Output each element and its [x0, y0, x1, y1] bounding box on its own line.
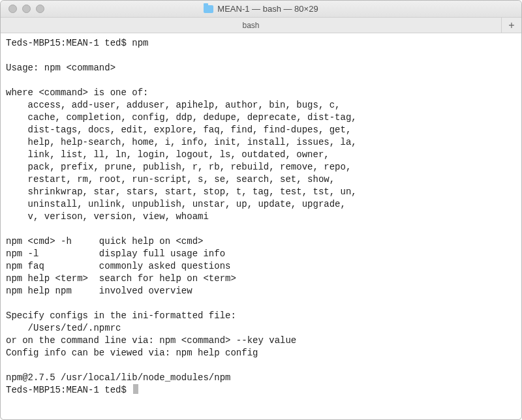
tab-bash[interactable]: bash	[1, 18, 502, 33]
titlebar: MEAN-1 — bash — 80×29	[1, 1, 521, 18]
zoom-icon[interactable]	[36, 5, 44, 13]
terminal-line: cache, completion, config, ddp, dedupe, …	[6, 112, 516, 124]
terminal-line: npm faq commonly asked questions	[6, 260, 516, 273]
window-title-wrap: MEAN-1 — bash — 80×29	[1, 4, 521, 14]
folder-icon	[204, 5, 213, 13]
terminal-line: Usage: npm <command>	[6, 62, 516, 74]
window-title: MEAN-1 — bash — 80×29	[217, 4, 318, 14]
tabbar: bash +	[1, 18, 521, 33]
terminal-line	[6, 359, 516, 372]
terminal-line	[6, 223, 516, 235]
terminal-line: /Users/ted/.npmrc	[6, 322, 516, 335]
terminal-window: MEAN-1 — bash — 80×29 bash + Teds-MBP15:…	[0, 0, 522, 420]
terminal-line: where <command> is one of:	[6, 87, 516, 99]
minimize-icon[interactable]	[22, 5, 31, 13]
terminal-line: Config info can be viewed via: npm help …	[6, 347, 516, 359]
terminal-line: uninstall, unlink, unpublish, unstar, up…	[6, 198, 516, 211]
terminal-line: v, verison, version, view, whoami	[6, 211, 516, 223]
terminal-line: npm <cmd> -h quick help on <cmd>	[6, 235, 516, 248]
terminal-line: or on the command line via: npm <command…	[6, 335, 516, 347]
terminal-line: pack, prefix, prune, publish, r, rb, reb…	[6, 161, 516, 173]
terminal-prompt-line[interactable]: Teds-MBP15:MEAN-1 ted$	[6, 384, 516, 397]
terminal-line: access, add-user, adduser, apihelp, auth…	[6, 99, 516, 112]
terminal-output[interactable]: Teds-MBP15:MEAN-1 ted$ npm Usage: npm <c…	[1, 33, 521, 419]
terminal-line: help, help-search, home, i, info, init, …	[6, 136, 516, 149]
terminal-line: npm@2.7.5 /usr/local/lib/node_modules/np…	[6, 372, 516, 384]
terminal-line: dist-tags, docs, edit, explore, faq, fin…	[6, 124, 516, 136]
terminal-line: shrinkwrap, star, stars, start, stop, t,…	[6, 186, 516, 198]
new-tab-button[interactable]: +	[502, 18, 521, 33]
cursor-icon	[133, 384, 138, 394]
terminal-line	[6, 74, 516, 87]
terminal-line	[6, 297, 516, 310]
terminal-line: npm help <term> search for help on <term…	[6, 273, 516, 285]
terminal-line: link, list, ll, ln, login, logout, ls, o…	[6, 149, 516, 161]
terminal-line	[6, 50, 516, 62]
terminal-line: Teds-MBP15:MEAN-1 ted$ npm	[6, 37, 516, 50]
close-icon[interactable]	[8, 5, 17, 13]
terminal-line: npm help npm involved overview	[6, 285, 516, 297]
terminal-line: Specify configs in the ini-formatted fil…	[6, 310, 516, 322]
terminal-line: npm -l display full usage info	[6, 248, 516, 260]
traffic-lights	[1, 5, 44, 13]
terminal-line: restart, rm, root, run-script, s, se, se…	[6, 173, 516, 186]
